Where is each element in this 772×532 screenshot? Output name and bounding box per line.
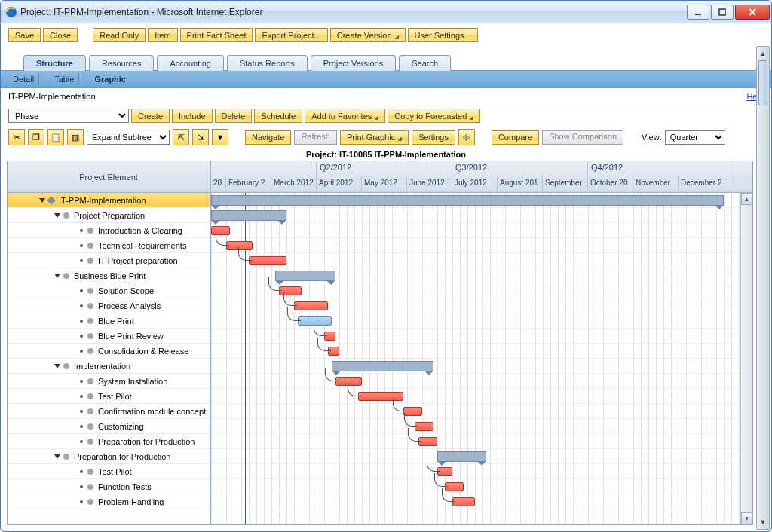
tab-structure[interactable]: Structure bbox=[23, 55, 86, 71]
copy-icon[interactable]: ❐ bbox=[28, 129, 44, 145]
gantt-chart: Project Element IT-PPM-ImplementationPro… bbox=[7, 161, 753, 525]
gantt-vertical-scrollbar[interactable]: ▲ ▼ bbox=[740, 193, 752, 524]
print-fact-sheet-button[interactable]: Print Fact Sheet bbox=[180, 28, 253, 42]
timeline-body[interactable] bbox=[211, 193, 752, 524]
scroll-up-icon[interactable]: ▲ bbox=[757, 47, 769, 60]
export-project-button[interactable]: Export Project... bbox=[255, 28, 327, 42]
tab-project-versions[interactable]: Project Versions bbox=[311, 55, 396, 71]
tree-row[interactable]: Function Tests bbox=[8, 479, 210, 494]
scroll-down-icon[interactable]: ▼ bbox=[741, 512, 752, 524]
create-version-button[interactable]: Create Version bbox=[330, 28, 406, 42]
expand-subtree-select[interactable]: Expand Subtree bbox=[87, 130, 170, 145]
task-bar[interactable] bbox=[249, 256, 286, 265]
summary-bar[interactable] bbox=[332, 361, 433, 371]
tree-row[interactable]: Confirmation module concept bbox=[8, 404, 210, 419]
breadcrumb: IT-PPM-Implementation bbox=[8, 92, 96, 101]
quarter-header: Q2/2012 bbox=[317, 161, 452, 176]
month-header: March 2012 bbox=[271, 176, 317, 193]
subtab-detail[interactable]: Detail bbox=[8, 73, 39, 85]
node-icon bbox=[87, 258, 93, 264]
scroll-down-icon[interactable]: ▼ bbox=[757, 515, 769, 529]
node-icon bbox=[87, 393, 93, 399]
delete-button[interactable]: Delete bbox=[215, 109, 253, 123]
subtab-table[interactable]: Table bbox=[50, 73, 79, 85]
create-button[interactable]: Create bbox=[131, 109, 170, 123]
include-button[interactable]: Include bbox=[172, 109, 212, 123]
minimize-button[interactable] bbox=[687, 5, 709, 20]
tree-row[interactable]: Process Analysis bbox=[8, 298, 210, 313]
tab-search[interactable]: Search bbox=[399, 55, 451, 71]
tree-row[interactable]: Test Pilot bbox=[8, 464, 210, 479]
schedule-button[interactable]: Schedule bbox=[254, 109, 302, 123]
paste-icon[interactable]: 📋 bbox=[47, 129, 64, 145]
subtab-graphic[interactable]: Graphic bbox=[90, 73, 130, 85]
dropdown-icon bbox=[468, 112, 473, 121]
tree-row[interactable]: Project Preparation bbox=[8, 208, 210, 223]
user-settings-button[interactable]: User Settings... bbox=[408, 28, 478, 42]
tree-row[interactable]: Customizing bbox=[8, 419, 210, 434]
edit-toolbar: Phase Create Include Delete Schedule Add… bbox=[1, 105, 771, 126]
show-comparison-button[interactable]: Show Comparison bbox=[542, 130, 623, 145]
expand-toggle-icon[interactable] bbox=[39, 198, 45, 203]
collapse-icon[interactable]: ⇱ bbox=[173, 129, 189, 145]
tree-row[interactable]: IT-PPM-Implementation bbox=[8, 193, 210, 208]
tree-row[interactable]: Test Pilot bbox=[8, 389, 210, 404]
maximize-button[interactable] bbox=[711, 5, 734, 20]
tree-row[interactable]: Preparation for Production bbox=[8, 434, 210, 449]
bullet-icon bbox=[80, 289, 83, 292]
filter-icon[interactable]: ▼ bbox=[212, 129, 228, 145]
settings-icon[interactable]: 🞜 bbox=[458, 129, 475, 145]
cut-icon[interactable]: ✂ bbox=[8, 129, 25, 145]
print-graphic-button[interactable]: Print Graphic bbox=[340, 130, 409, 145]
tree-row[interactable]: Consolidation & Release bbox=[8, 344, 210, 359]
scrollbar-thumb[interactable] bbox=[758, 60, 767, 105]
bullet-icon bbox=[80, 259, 83, 262]
settings-button[interactable]: Settings bbox=[412, 130, 455, 145]
close-button[interactable]: Close bbox=[43, 28, 78, 42]
expand-toggle-icon[interactable] bbox=[54, 274, 60, 278]
expand-icon[interactable]: ⇲ bbox=[192, 129, 209, 145]
save-button[interactable]: Save bbox=[8, 28, 41, 42]
expand-toggle-icon[interactable] bbox=[54, 364, 60, 368]
month-header: December 2 bbox=[679, 176, 731, 193]
tab-accounting[interactable]: Accounting bbox=[157, 55, 223, 71]
view-select[interactable]: Quarter bbox=[665, 130, 725, 145]
navigate-button[interactable]: Navigate bbox=[245, 130, 291, 145]
layout-icon[interactable]: ▥ bbox=[67, 129, 84, 145]
tree-row[interactable]: Solution Scope bbox=[8, 283, 210, 298]
tree-row[interactable]: IT Project preparation bbox=[8, 253, 210, 268]
refresh-button[interactable]: Refresh bbox=[294, 130, 337, 145]
tree-row[interactable]: Blue Print Review bbox=[8, 329, 210, 344]
tree-row[interactable]: Technical Requirements bbox=[8, 238, 210, 253]
tab-resources[interactable]: Resources bbox=[89, 55, 155, 71]
summary-bar[interactable] bbox=[211, 195, 724, 206]
task-bar[interactable] bbox=[452, 497, 475, 506]
close-window-button[interactable] bbox=[735, 5, 770, 20]
element-type-select[interactable]: Phase bbox=[8, 109, 129, 123]
page-vertical-scrollbar[interactable]: ▲ ▼ bbox=[756, 46, 770, 530]
expand-toggle-icon[interactable] bbox=[54, 213, 60, 218]
scroll-up-icon[interactable]: ▲ bbox=[741, 193, 752, 205]
tree-row[interactable]: Implementation bbox=[8, 359, 210, 374]
readonly-button[interactable]: Read Only bbox=[93, 28, 146, 42]
summary-bar[interactable] bbox=[275, 271, 335, 281]
tree-row[interactable]: Business Blue Print bbox=[8, 268, 210, 283]
tree-row[interactable]: Blue Print bbox=[8, 313, 210, 329]
summary-bar[interactable] bbox=[437, 451, 486, 462]
node-icon bbox=[87, 243, 93, 249]
expand-toggle-icon[interactable] bbox=[54, 454, 60, 459]
tree-row[interactable]: Problem Handling bbox=[8, 494, 210, 509]
summary-bar[interactable] bbox=[211, 210, 286, 221]
tree-row[interactable]: Introduction & Clearing bbox=[8, 223, 210, 238]
item-button[interactable]: Item bbox=[148, 28, 177, 42]
tree-row-label: Process Analysis bbox=[98, 301, 161, 310]
tree-row[interactable]: System Installation bbox=[8, 374, 210, 389]
tree-row-label: Test Pilot bbox=[98, 467, 132, 476]
add-to-favorites-button[interactable]: Add to Favorites bbox=[305, 109, 385, 123]
dependency-link bbox=[238, 247, 252, 261]
svg-rect-1 bbox=[695, 14, 701, 15]
compare-button[interactable]: Compare bbox=[492, 130, 539, 145]
tab-status-reports[interactable]: Status Reports bbox=[227, 55, 308, 71]
copy-to-forecasted-button[interactable]: Copy to Forecasted bbox=[388, 109, 480, 123]
tree-row[interactable]: Preparation for Production bbox=[8, 449, 210, 464]
